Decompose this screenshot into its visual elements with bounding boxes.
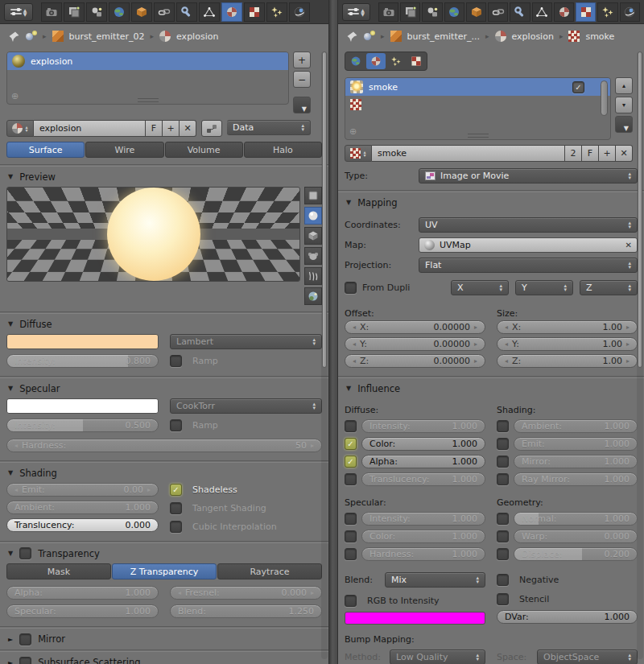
- geometry-normal-checkbox[interactable]: [497, 513, 509, 525]
- world-tab-icon[interactable]: [109, 2, 130, 22]
- modifiers-tab-icon[interactable]: [510, 2, 530, 22]
- increment-icon[interactable]: ▸: [474, 324, 477, 331]
- texture-tab-icon[interactable]: [244, 2, 265, 22]
- constraints-tab-icon[interactable]: [154, 2, 175, 22]
- object-data-tab-icon[interactable]: [532, 2, 552, 22]
- world-textures-button[interactable]: [346, 53, 365, 69]
- diffuse-intensity-slider[interactable]: Intensity: 0.800: [6, 354, 159, 368]
- increment-icon[interactable]: ▸: [626, 324, 630, 331]
- shading-emit-checkbox[interactable]: [497, 438, 509, 450]
- clear-icon[interactable]: ✕: [625, 241, 632, 250]
- object-tab-icon[interactable]: [466, 2, 486, 22]
- material-link-dropdown[interactable]: Data ▴▾: [227, 120, 311, 135]
- alpha-slider[interactable]: Alpha: 1.000: [6, 586, 159, 600]
- increment-icon[interactable]: ▸: [474, 357, 477, 365]
- diffuse-panel-header[interactable]: ▼ Diffuse: [0, 314, 328, 334]
- diffuse-translucency-influence-slider[interactable]: Translucency:1.000: [361, 472, 485, 486]
- mode-mask[interactable]: Mask: [6, 563, 111, 579]
- shading-ray-mirror-influence-slider[interactable]: Ray Mirror:1.000: [514, 472, 638, 486]
- shading-mirror-checkbox[interactable]: [497, 456, 509, 468]
- left-scrollbar-thumb[interactable]: [322, 52, 327, 368]
- render-tab-icon[interactable]: [41, 2, 62, 22]
- diffuse-color-swatch[interactable]: [6, 334, 159, 349]
- unlink-material-button[interactable]: ✕: [180, 120, 196, 137]
- shading-emit-influence-slider[interactable]: Emit:1.000: [514, 437, 638, 451]
- mirror-enable-checkbox[interactable]: [19, 633, 31, 645]
- offset-x-field[interactable]: ◂X:0.00000▸: [345, 320, 485, 334]
- specular-panel-header[interactable]: ▼ Specular: [0, 378, 328, 398]
- increment-icon[interactable]: ▸: [626, 357, 630, 365]
- transparency-panel-header[interactable]: ▼ Transparency: [0, 543, 328, 563]
- physics-tab-icon[interactable]: [289, 2, 310, 22]
- right-panel-scrollbar[interactable]: [637, 52, 643, 659]
- expand-icon[interactable]: ►: [8, 636, 13, 643]
- decrement-icon[interactable]: ◂: [505, 340, 508, 348]
- specular-hardness-checkbox[interactable]: [345, 548, 357, 560]
- add-material-slot-button[interactable]: +: [293, 52, 311, 68]
- preview-flat-button[interactable]: [304, 187, 322, 204]
- increment-icon[interactable]: ▸: [311, 589, 314, 596]
- translucency-slider[interactable]: Translucency: 0.000: [6, 518, 159, 532]
- preview-cube-button[interactable]: [304, 227, 322, 245]
- particles-tab-icon[interactable]: [266, 2, 287, 22]
- increment-icon[interactable]: ▸: [147, 486, 151, 493]
- other-textures-button[interactable]: [407, 53, 426, 69]
- from-dupli-checkbox[interactable]: [345, 282, 357, 294]
- specular-ramp-checkbox[interactable]: [170, 419, 182, 431]
- mode-raytrace[interactable]: Raytrace: [217, 563, 322, 579]
- pin-icon[interactable]: [346, 31, 358, 43]
- bump-method-dropdown[interactable]: Low Quality ▴▾: [390, 650, 485, 664]
- blend-mode-dropdown[interactable]: Mix ▴▾: [385, 572, 485, 588]
- fresnel-slider[interactable]: ◂ Fresnel: 0.000 ▸: [170, 586, 322, 600]
- fake-user-button[interactable]: F: [146, 120, 163, 137]
- size-y-field[interactable]: ◂Y:1.00▸: [497, 337, 638, 351]
- diffuse-shader-dropdown[interactable]: Lambert ▴▾: [170, 334, 322, 349]
- dvar-slider[interactable]: DVar: 1.000: [497, 610, 638, 624]
- right-scrollbar-thumb[interactable]: [638, 52, 642, 368]
- increment-icon[interactable]: ▸: [474, 340, 477, 348]
- mapping-panel-header[interactable]: ▼ Mapping: [338, 192, 644, 212]
- link-texture-icon[interactable]: ⊕: [349, 126, 357, 137]
- texture-slot-row[interactable]: smoke ✓: [345, 78, 610, 96]
- specular-color-swatch[interactable]: [6, 398, 159, 414]
- negative-checkbox[interactable]: [497, 574, 509, 586]
- blend-color-swatch[interactable]: [345, 612, 485, 625]
- offset-z-field[interactable]: ◂Z:0.00000▸: [345, 354, 485, 368]
- hardness-slider[interactable]: ◂ Hardness: 50 ▸: [6, 439, 322, 452]
- left-panel-scrollbar[interactable]: [321, 52, 328, 659]
- texture-enable-checkbox[interactable]: ✓: [572, 81, 584, 93]
- modifiers-tab-icon[interactable]: [176, 2, 197, 22]
- sss-panel-header[interactable]: ► Subsurface Scattering: [0, 652, 328, 664]
- influence-panel-header[interactable]: ▼ Influence: [338, 378, 644, 398]
- uv-map-field[interactable]: UVMap ✕: [419, 237, 638, 253]
- shadeless-checkbox[interactable]: ✓: [170, 484, 182, 496]
- browse-scene-icon[interactable]: [364, 31, 375, 42]
- geometry-warp-influence-slider[interactable]: Warp:0.000: [514, 530, 638, 543]
- tangent-shading-checkbox[interactable]: [170, 502, 182, 514]
- diffuse-intensity-checkbox[interactable]: [345, 420, 357, 432]
- editor-divider[interactable]: [328, 0, 338, 664]
- collapse-icon[interactable]: ▼: [8, 320, 13, 328]
- decrement-icon[interactable]: ◂: [14, 442, 18, 449]
- collapse-icon[interactable]: ▼: [346, 385, 351, 392]
- diffuse-intensity-influence-slider[interactable]: Intensity:1.000: [361, 419, 485, 433]
- browse-material-button[interactable]: ▴▾: [6, 120, 34, 137]
- material-tab-icon[interactable]: [221, 2, 242, 22]
- size-x-field[interactable]: ◂X:1.00▸: [497, 320, 638, 334]
- diffuse-color-influence-slider[interactable]: Color:1.000: [361, 437, 485, 451]
- render-layers-tab-icon[interactable]: [400, 2, 420, 22]
- tab-wire[interactable]: Wire: [85, 142, 163, 158]
- move-texture-up-button[interactable]: ▴: [615, 77, 633, 94]
- mirror-panel-header[interactable]: ► Mirror: [0, 629, 328, 650]
- new-material-button[interactable]: +: [163, 120, 180, 137]
- texture-name-field[interactable]: smoke: [372, 145, 565, 162]
- texture-specials-menu-button[interactable]: ▼: [615, 116, 633, 133]
- geometry-normal-influence-slider[interactable]: Normal:1.000: [514, 512, 638, 526]
- collapse-icon[interactable]: ▼: [8, 173, 13, 180]
- breadcrumb-object[interactable]: burst_emitter_...: [407, 31, 480, 42]
- breadcrumb-material[interactable]: explosion: [176, 31, 218, 42]
- decrement-icon[interactable]: ◂: [353, 324, 356, 331]
- shading-ambient-influence-slider[interactable]: Ambient:1.000: [514, 419, 638, 433]
- coordinates-dropdown[interactable]: UV ▴▾: [419, 217, 638, 233]
- diffuse-ramp-checkbox[interactable]: [170, 355, 182, 367]
